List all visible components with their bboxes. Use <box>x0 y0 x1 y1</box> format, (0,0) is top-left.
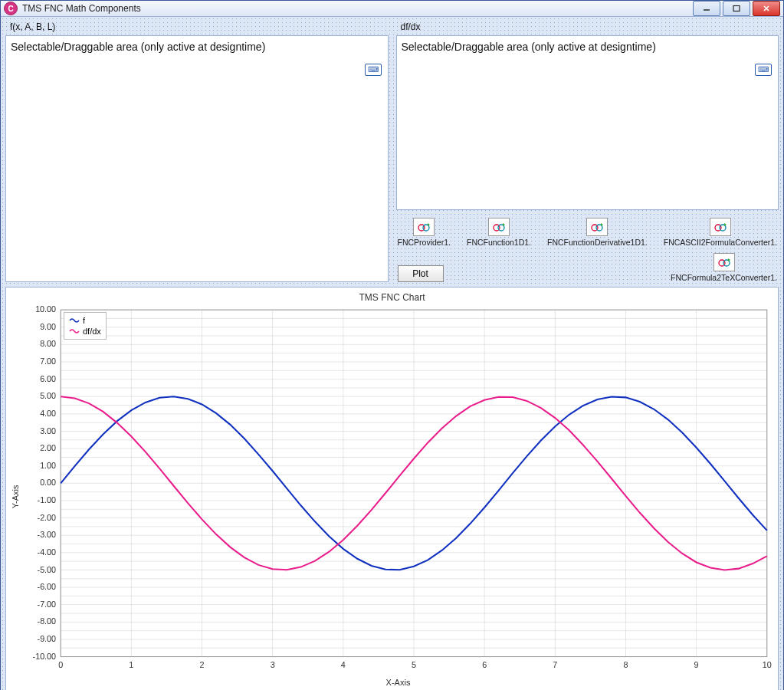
svg-text:7.00: 7.00 <box>40 356 56 366</box>
right-panel-label: df/dx <box>396 21 779 32</box>
svg-text:-4.00: -4.00 <box>38 547 57 557</box>
component-fncprovider[interactable]: FNCProvider1. <box>398 218 451 247</box>
svg-text:5.00: 5.00 <box>40 391 56 400</box>
component-icon <box>713 253 735 271</box>
svg-text:5: 5 <box>412 660 416 669</box>
component-icon <box>710 218 731 236</box>
svg-text:8.00: 8.00 <box>40 339 56 348</box>
left-drop-placeholder: Selectable/Draggable area (only active a… <box>11 41 265 53</box>
left-panel: f(x, A, B, L) Selectable/Draggable area … <box>5 21 389 282</box>
y-axis-label: Y-Axis <box>9 306 21 687</box>
svg-text:10.00: 10.00 <box>35 306 56 314</box>
plot-region[interactable]: 012345678910-10.00-9.00-8.00-7.00-6.00-5… <box>21 306 775 676</box>
svg-text:4: 4 <box>341 660 346 669</box>
svg-text:-3.00: -3.00 <box>38 530 57 539</box>
component-icon <box>586 218 608 236</box>
svg-text:9: 9 <box>694 660 699 669</box>
app-window: C TMS FNC Math Components f(x, A, B, L) … <box>0 0 784 690</box>
right-drop-placeholder: Selectable/Draggable area (only active a… <box>402 41 656 53</box>
plot-button[interactable]: Plot <box>398 265 444 282</box>
component-fncfunction1d[interactable]: FNCFunction1D1. <box>467 218 531 247</box>
minimize-button[interactable] <box>693 1 720 16</box>
svg-text:1: 1 <box>129 660 133 669</box>
svg-text:-2.00: -2.00 <box>38 513 57 522</box>
chart-panel: TMS FNC Chart Y-Axis 012345678910-10.00-… <box>5 287 779 690</box>
close-button[interactable] <box>753 1 780 16</box>
right-panel: df/dx Selectable/Draggable area (only ac… <box>396 21 779 282</box>
svg-text:6: 6 <box>482 660 487 669</box>
left-drop-area[interactable]: Selectable/Draggable area (only active a… <box>5 35 389 282</box>
svg-text:8: 8 <box>623 660 628 669</box>
window-title: TMS FNC Math Components <box>22 3 693 14</box>
maximize-button[interactable] <box>723 1 750 16</box>
x-axis-label: X-Axis <box>21 678 775 687</box>
svg-rect-1 <box>733 6 740 12</box>
svg-text:-8.00: -8.00 <box>38 616 57 626</box>
svg-text:-6.00: -6.00 <box>38 582 57 591</box>
svg-text:0: 0 <box>58 660 63 669</box>
component-tray: FNCProvider1. FNCFunction1D1. FNCFunctio… <box>396 213 779 247</box>
chart-title: TMS FNC Chart <box>9 292 775 303</box>
top-row: f(x, A, B, L) Selectable/Draggable area … <box>5 21 779 282</box>
svg-text:-9.00: -9.00 <box>38 634 57 643</box>
titlebar[interactable]: C TMS FNC Math Components <box>1 1 783 17</box>
svg-text:4.00: 4.00 <box>40 409 56 418</box>
component-fncformula2tex[interactable]: FNCFormula2TeXConverter1. <box>671 253 777 282</box>
keyboard-icon[interactable] <box>755 64 772 76</box>
app-icon: C <box>4 2 18 15</box>
svg-text:-10.00: -10.00 <box>33 652 56 661</box>
right-drop-area[interactable]: Selectable/Draggable area (only active a… <box>396 35 779 210</box>
left-panel-label: f(x, A, B, L) <box>5 21 389 32</box>
svg-text:2.00: 2.00 <box>40 443 56 452</box>
component-fncfunctionderivative1d[interactable]: FNCFunctionDerivative1D1. <box>547 218 648 247</box>
svg-text:10: 10 <box>763 660 772 669</box>
svg-text:-5.00: -5.00 <box>38 565 57 574</box>
svg-text:-1.00: -1.00 <box>38 495 57 504</box>
client-area: f(x, A, B, L) Selectable/Draggable area … <box>1 17 783 690</box>
svg-text:-7.00: -7.00 <box>38 600 57 609</box>
svg-text:0.00: 0.00 <box>40 478 56 487</box>
svg-text:1.00: 1.00 <box>40 461 56 470</box>
svg-text:2: 2 <box>200 660 205 669</box>
component-icon <box>413 218 435 236</box>
svg-text:9.00: 9.00 <box>40 322 56 331</box>
svg-text:3.00: 3.00 <box>40 426 56 435</box>
keyboard-icon[interactable] <box>365 64 382 76</box>
chart-legend: f df/dx <box>64 312 107 340</box>
svg-text:7: 7 <box>553 660 557 669</box>
svg-text:6.00: 6.00 <box>40 374 56 383</box>
component-fncascii2formula[interactable]: FNCASCII2FormulaConverter1. <box>664 218 777 247</box>
component-icon <box>488 218 510 236</box>
svg-text:3: 3 <box>271 660 275 669</box>
